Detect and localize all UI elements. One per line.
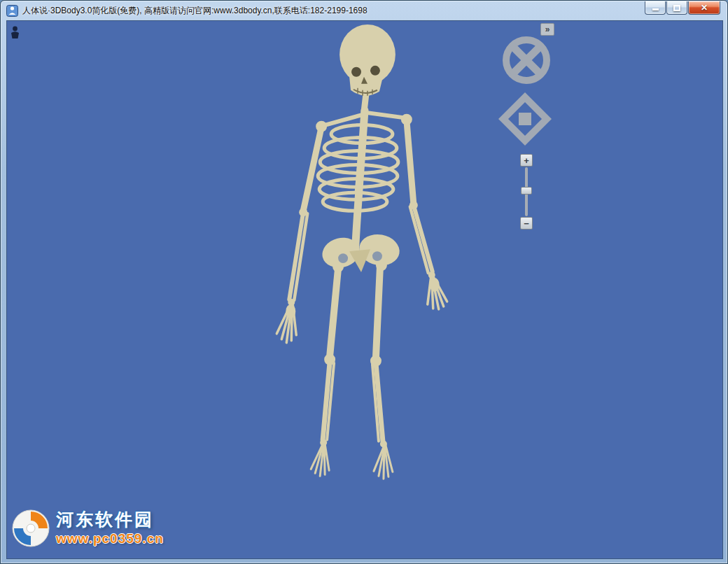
close-button[interactable]: ✕ — [688, 1, 720, 15]
maximize-button[interactable] — [666, 1, 687, 15]
zoom-slider-handle[interactable] — [521, 187, 532, 195]
rotate-control[interactable] — [501, 35, 552, 85]
skeleton-model[interactable] — [7, 21, 722, 558]
window-title: 人体说·3DBody3.0简化版(免费), 高精版请访问官网:www.3dbod… — [22, 5, 368, 17]
titlebar[interactable]: 人体说·3DBody3.0简化版(免费), 高精版请访问官网:www.3dbod… — [1, 1, 727, 20]
window-controls: ✕ — [645, 1, 720, 15]
minimize-button[interactable] — [645, 1, 666, 15]
pan-center-button — [519, 113, 531, 125]
watermark-text: 河东软件园 www.pc0359.cn — [56, 510, 164, 546]
viewport-3d[interactable]: » + − — [6, 20, 723, 559]
close-icon: ✕ — [701, 3, 708, 12]
expand-panel-button[interactable]: » — [540, 23, 554, 36]
viewport-corner-icon[interactable] — [10, 26, 20, 39]
watermark: 河东软件园 www.pc0359.cn — [11, 509, 164, 548]
app-icon — [6, 5, 18, 17]
zoom-in-button[interactable]: + — [520, 154, 533, 167]
pan-control[interactable] — [496, 90, 554, 148]
maximize-icon — [673, 5, 680, 11]
zoom-out-button[interactable]: − — [520, 217, 533, 230]
app-window: 人体说·3DBody3.0简化版(免费), 高精版请访问官网:www.3dbod… — [0, 0, 728, 564]
watermark-logo — [11, 509, 50, 548]
minimize-icon — [652, 8, 659, 10]
watermark-site-url: www.pc0359.cn — [56, 532, 164, 547]
watermark-site-name: 河东软件园 — [56, 510, 164, 530]
